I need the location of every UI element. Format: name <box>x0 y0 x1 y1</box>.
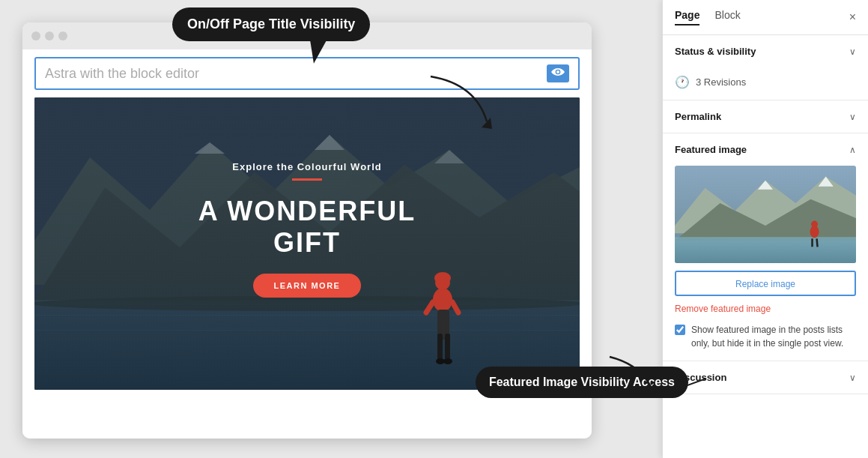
sidebar-panel: Page Block × Status & visibility ∨ 🕐 3 R… <box>662 0 868 458</box>
svg-line-33 <box>817 238 818 247</box>
browser-dot-3 <box>58 31 67 40</box>
featured-image-chevron: ∧ <box>849 145 856 155</box>
hero-text-area: Explore the Colourful World A WONDERFUL … <box>171 161 443 298</box>
tooltip-page-title: On/Off Page Title Visibility <box>172 7 370 41</box>
browser-dot-2 <box>45 31 54 40</box>
remove-featured-image-link[interactable]: Remove featured image <box>675 304 856 314</box>
replace-image-button[interactable]: Replace image <box>675 271 856 296</box>
tab-page[interactable]: Page <box>675 9 699 25</box>
title-input-text: Astra with the block editor <box>45 66 199 82</box>
hero-title: A WONDERFUL GIFT <box>171 196 443 259</box>
revisions-icon: 🕐 <box>675 75 690 89</box>
status-visibility-chevron: ∨ <box>849 46 856 57</box>
svg-rect-20 <box>445 334 450 360</box>
tab-block[interactable]: Block <box>714 9 740 25</box>
sidebar-header: Page Block × <box>663 0 868 35</box>
show-featured-row: Show featured image in the posts lists o… <box>675 323 856 350</box>
svg-rect-19 <box>437 334 443 360</box>
revisions-row: 🕐 3 Revisions <box>663 67 868 100</box>
hero-area: Explore the Colourful World A WONDERFUL … <box>34 97 580 390</box>
permalink-chevron: ∨ <box>849 112 856 122</box>
featured-image-title: Featured image <box>675 144 747 155</box>
svg-point-31 <box>811 221 818 228</box>
section-status-visibility: Status & visibility ∨ 🕐 3 Revisions <box>663 35 868 100</box>
featured-image-header[interactable]: Featured image ∧ <box>663 133 868 166</box>
permalink-title: Permalink <box>675 111 721 122</box>
learn-more-button[interactable]: LEARN MORE <box>253 274 362 298</box>
sidebar-tabs: Page Block <box>675 9 741 25</box>
hero-divider <box>292 178 322 181</box>
status-visibility-title: Status & visibility <box>675 46 756 57</box>
status-visibility-header[interactable]: Status & visibility ∨ <box>663 35 868 67</box>
svg-line-16 <box>426 302 433 313</box>
revisions-text: 3 Revisions <box>696 76 746 88</box>
section-discussion: Discussion ∨ <box>663 361 868 394</box>
featured-image-content: Replace image Remove featured image Show… <box>663 166 868 361</box>
svg-rect-29 <box>675 237 856 263</box>
svg-marker-23 <box>646 383 656 394</box>
replace-image-label: Replace image <box>735 279 795 289</box>
featured-image-thumbnail[interactable] <box>675 166 856 263</box>
svg-line-17 <box>452 302 458 313</box>
discussion-chevron: ∨ <box>849 373 856 383</box>
eye-icon[interactable] <box>547 64 569 82</box>
discussion-header[interactable]: Discussion ∨ <box>663 361 868 394</box>
hero-subtitle: Explore the Colourful World <box>171 161 443 172</box>
section-featured-image: Featured image ∧ <box>663 133 868 361</box>
show-featured-checkbox[interactable] <box>675 325 685 335</box>
browser-dot-1 <box>31 31 40 40</box>
show-featured-text: Show featured image in the posts lists o… <box>691 323 856 350</box>
svg-point-22 <box>443 358 452 364</box>
arrow-annotation-top <box>416 69 506 139</box>
close-icon[interactable]: × <box>849 11 856 23</box>
section-permalink: Permalink ∨ <box>663 100 868 133</box>
permalink-header[interactable]: Permalink ∨ <box>663 100 868 133</box>
